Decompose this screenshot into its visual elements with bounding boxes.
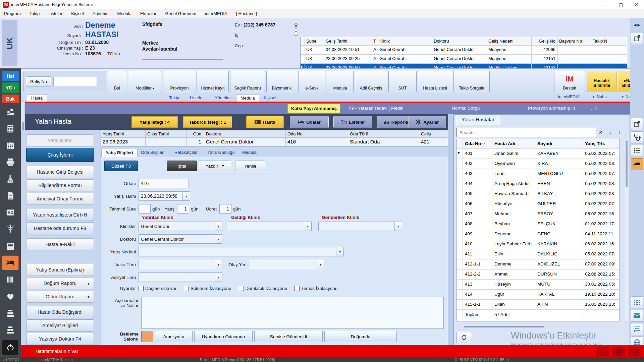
collapse-arrows-icon[interactable]: ◀ ▶: [631, 19, 643, 31]
menu-medula[interactable]: Medula: [117, 11, 131, 16]
calculator-icon[interactable]: [2, 121, 19, 136]
col-klinik[interactable]: Klinik: [378, 37, 432, 45]
cashier-icon[interactable]: [2, 322, 19, 337]
nav-ayarlar-button[interactable]: Ayarlar: [409, 116, 446, 128]
inpatient-row[interactable]: 414 Uğur KARTAL 19.10.2022 10:: [457, 290, 619, 300]
bul-button[interactable]: Bul: [108, 71, 126, 92]
medula-button[interactable]: Medula: [327, 71, 354, 92]
col-soyadi[interactable]: Soyadı: [535, 139, 583, 148]
menu-listeler[interactable]: Listeler: [48, 11, 62, 16]
filter-icon[interactable]: ▽: [482, 142, 485, 146]
yatis-nedeni-select[interactable]: ▾: [139, 247, 344, 256]
col-t[interactable]: T: [372, 37, 378, 45]
menu-genel-gorunum[interactable]: Genel Görünüm: [165, 11, 196, 16]
sidebar-hastane-giris-belgesi[interactable]: Hastane Giriş Belgesi: [26, 166, 94, 178]
biyometrik-button[interactable]: Biyometrik: [266, 71, 297, 92]
sut-button[interactable]: SUT: [388, 71, 417, 92]
tab-yatis-gunlugu[interactable]: Yatış Günlüğü: [203, 148, 238, 157]
tab-medula[interactable]: Medula: [236, 94, 259, 102]
hasta-listesi-button[interactable]: Hasta Listesi: [418, 71, 452, 92]
gonderilen-klinik-select[interactable]: ▾: [318, 222, 402, 231]
list-horizontal-scrollbar[interactable]: [464, 326, 544, 327]
ucret-gun-input[interactable]: 1: [219, 204, 231, 214]
reminder-maximize-button[interactable]: [628, 347, 641, 356]
reminder-minimize-button[interactable]: [596, 347, 609, 356]
sidebar-yatis-sonucu[interactable]: Yatış Sonucu (Epikriz): [26, 264, 94, 276]
notes-icon[interactable]: [2, 239, 19, 253]
sidebar-bilgilendirme-formu[interactable]: Bilgilendirme Formu: [26, 179, 94, 191]
export-icon[interactable]: [631, 32, 643, 44]
sidebar-hastane-oda-durumu[interactable]: Hastane oda durumu F8: [26, 222, 94, 234]
hizmet-kayit-button[interactable]: Hizmet Kayıt: [197, 71, 229, 92]
detail-list-icon[interactable]: [631, 145, 643, 157]
bed-panel-icon[interactable]: [631, 158, 643, 170]
tab-refakatcilar[interactable]: Refakatçılar: [170, 148, 202, 157]
tab-oda-bilgileri[interactable]: Oda Bilgileri: [137, 148, 168, 157]
vaka-turu-select[interactable]: ▾: [139, 260, 222, 269]
checkbox-temas[interactable]: Temas İzalasyonu: [294, 286, 337, 291]
inpatient-row[interactable]: 412-2-2 Ahmet DURSUN 02.08.2022 15:: [457, 269, 619, 280]
dogumda-button[interactable]: Doğumda: [324, 331, 397, 342]
sidebar-ameliyat-bilgileri[interactable]: Ameliyat Bilgileri: [26, 319, 94, 331]
yenile-button[interactable]: Yenile: [235, 161, 265, 171]
reception-icon[interactable]: [2, 105, 19, 119]
radio-selected[interactable]: [294, 23, 298, 28]
tab-yonetim[interactable]: Yönetim: [211, 94, 235, 102]
servise-gonderildi-button[interactable]: Servise Gönderildi: [254, 331, 323, 342]
yazdir-button[interactable]: Yazdır▼: [199, 161, 231, 171]
yatis-gun-input[interactable]: 1: [177, 204, 189, 214]
nav-hasta-button[interactable]: Hasta: [246, 116, 284, 128]
menu-takip[interactable]: Takip: [30, 11, 40, 16]
hst-button[interactable]: Hst: [2, 71, 19, 81]
sidebar-ameliyat-onay-formu[interactable]: Ameliyat Onay Formu: [26, 193, 94, 205]
refresh-button[interactable]: [457, 332, 471, 343]
search-input[interactable]: [457, 128, 596, 137]
inpatient-row[interactable]: 403 Lorin MERTOGLU 05.02.2022 07:: [457, 169, 619, 179]
aciklamalar-textarea[interactable]: [141, 297, 444, 329]
visit-row[interactable]: UK04.08.2022 10:51 AGenel Cerrahi Genel …: [301, 46, 627, 55]
saglik-raporu-button[interactable]: Sağlık Raporu: [230, 71, 265, 92]
checkbox-dusme-riski[interactable]: Düşme riski var: [139, 286, 176, 291]
checkbox-solunum[interactable]: Solunum İzalasyonu: [184, 286, 231, 291]
col-basvuru-no[interactable]: Başvuru No: [558, 37, 591, 45]
search-down-button[interactable]: ↓: [605, 130, 615, 135]
sidebar-yatis-islemi[interactable]: Yatış İşlemi: [26, 134, 94, 146]
inpatient-row[interactable]: 401 Jınan Salım KARABEY 05.02.2022 07:: [457, 149, 619, 159]
power-button[interactable]: [2, 340, 19, 355]
printer-icon[interactable]: [2, 155, 19, 170]
tab-listeler[interactable]: Listeler: [186, 94, 208, 102]
provizyon-button[interactable]: Provizyon: [164, 71, 195, 92]
yg-button[interactable]: YG▾: [2, 82, 19, 93]
stethoscope-icon[interactable]: [631, 131, 643, 143]
olay-yeri-select[interactable]: ▾: [250, 260, 324, 269]
col-gelis-nedeni[interactable]: Geliş Nedeni: [487, 37, 532, 45]
uyandirma-odasinda-button[interactable]: Uyandırma Odasında: [194, 331, 253, 342]
destek-button[interactable]: iM Destek: [554, 71, 585, 92]
bekleme-salonu-swatch[interactable]: [141, 331, 153, 342]
menu-yonetim[interactable]: Yönetim: [93, 11, 109, 16]
inpatient-row[interactable]: 404 Areej Rajaı Abdul EREN 05.02.2022 08…: [457, 179, 619, 189]
share-icon[interactable]: [631, 118, 643, 130]
heart-icon[interactable]: [2, 289, 19, 304]
nav-odalar-button[interactable]: Odalar: [290, 116, 329, 128]
esevk-button[interactable]: e-Sevk: [299, 71, 325, 92]
grid-icon[interactable]: [631, 296, 643, 308]
stay-grid-row[interactable]: 23.06.2023 1 Genel Cerrahi Doktor 416 St…: [101, 138, 448, 146]
yatis-tarihi-input[interactable]: 23.06.2023 09:58: [139, 191, 183, 201]
radio-unselected[interactable]: [294, 31, 298, 36]
ameliyatta-button[interactable]: Ameliyatta: [155, 331, 193, 342]
col-yatis-trh[interactable]: Yatış Trh.: [583, 139, 619, 148]
tab-yatis-bilgileri[interactable]: Yatış Bilgileri: [101, 148, 138, 157]
chat-icon[interactable]: [631, 323, 643, 335]
takip-sorgula-button[interactable]: Takip Sorgula: [453, 71, 490, 92]
odasi-input[interactable]: 416: [139, 179, 189, 188]
close-button[interactable]: ✕: [629, 0, 644, 9]
aciliyet-turu-select[interactable]: ▾: [139, 273, 222, 282]
yatis-istegi-button[interactable]: Yatış İsteği : 4: [131, 116, 178, 128]
inpatient-row[interactable]: 411 Esin DALKILIÇ 05.02.2022 07:: [457, 249, 619, 259]
caduceus-icon[interactable]: [2, 222, 19, 237]
menu-hastane[interactable]: [ Hastane ]: [236, 11, 257, 16]
maximize-button[interactable]: ▢: [613, 0, 629, 9]
inpatient-row[interactable]: 402 Oyemwen KIRAT 05.02.2022 08:: [457, 159, 619, 169]
col-sube[interactable]: Şube: [305, 37, 324, 45]
